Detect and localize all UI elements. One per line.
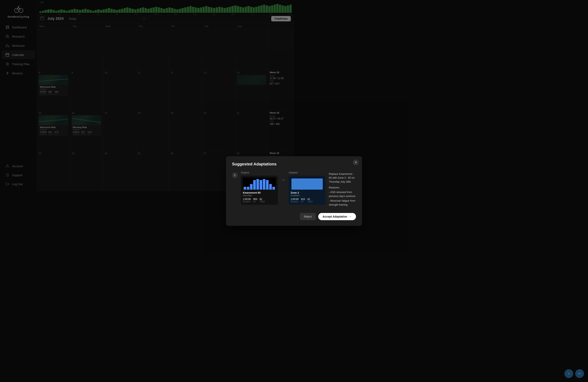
preview-bar bbox=[273, 187, 275, 190]
original-label: Original bbox=[241, 171, 278, 174]
adapted-bar-full bbox=[291, 178, 294, 190]
adaptation-arrow-icon: → bbox=[281, 177, 285, 182]
original-workout-preview: Kwaremont 60 Glycolytic 1:00:00 Duration… bbox=[241, 176, 278, 191]
suggested-adaptations-modal: Suggested Adaptations × 1 Original bbox=[226, 156, 294, 191]
adapted-preview-bars bbox=[291, 178, 294, 190]
preview-bar bbox=[250, 184, 252, 190]
adapted-workout-preview: Zone 2 Oxidative 1:00:00 Duration 810 KJ bbox=[289, 176, 294, 191]
original-section: Original bbox=[241, 171, 278, 191]
adaptation-content: Original bbox=[241, 171, 294, 191]
preview-bar bbox=[253, 180, 256, 190]
adaptation-row: 1 Original bbox=[232, 171, 294, 191]
preview-bar bbox=[256, 179, 259, 190]
preview-bar bbox=[260, 180, 262, 190]
preview-bar bbox=[269, 184, 272, 190]
adaptation-number: 1 bbox=[232, 172, 238, 178]
modal-title: Suggested Adaptations bbox=[232, 162, 294, 166]
preview-bar bbox=[244, 187, 246, 190]
preview-bar bbox=[247, 187, 249, 190]
modal-overlay: Suggested Adaptations × 1 Original bbox=[0, 0, 294, 191]
preview-bar bbox=[263, 179, 265, 190]
adapted-label: Adapted bbox=[289, 171, 294, 174]
preview-bar bbox=[266, 180, 269, 190]
adapted-section: Adapted Zone 2 Oxidative 1:00:00 Duratio… bbox=[289, 171, 294, 191]
original-preview-bars bbox=[243, 178, 276, 190]
